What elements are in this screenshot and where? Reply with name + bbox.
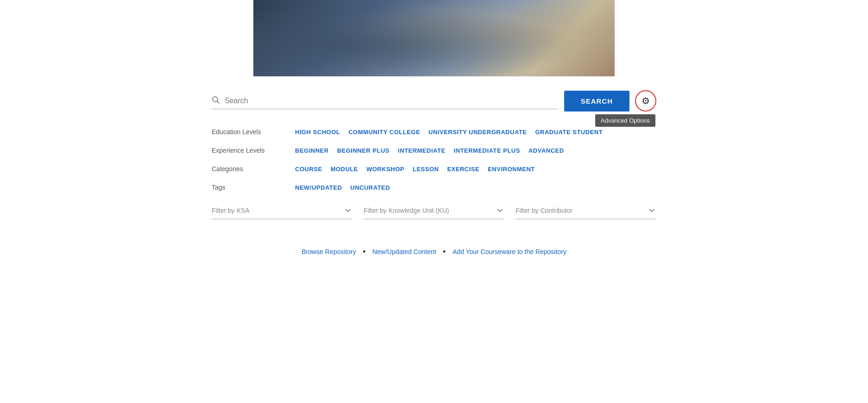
education-levels-label: Education Levels bbox=[212, 128, 295, 136]
experience-intermediate[interactable]: INTERMEDIATE bbox=[398, 147, 446, 154]
search-input[interactable] bbox=[225, 97, 559, 105]
categories-options: COURSE MODULE WORKSHOP LESSON EXERCISE E… bbox=[295, 166, 535, 173]
education-levels-options: HIGH SCHOOL COMMUNITY COLLEGE UNIVERSITY… bbox=[295, 129, 603, 136]
experience-levels-section: Experience Levels BEGINNER BEGINNER PLUS… bbox=[212, 147, 656, 154]
experience-beginner[interactable]: BEGINNER bbox=[295, 147, 329, 154]
browse-repository-link[interactable]: Browse Repository bbox=[302, 248, 356, 255]
education-high-school[interactable]: HIGH SCHOOL bbox=[295, 129, 340, 136]
advanced-options-button[interactable]: ⚙ Advanced Options bbox=[635, 90, 656, 112]
search-input-wrapper bbox=[212, 93, 559, 109]
tags-section: Tags NEW/UPDATED UNCURATED bbox=[212, 184, 656, 191]
footer-dot-1: • bbox=[363, 247, 365, 256]
hero-image bbox=[253, 0, 615, 76]
experience-levels-options: BEGINNER BEGINNER PLUS INTERMEDIATE INTE… bbox=[295, 147, 564, 154]
category-workshop[interactable]: WORKSHOP bbox=[366, 166, 404, 173]
svg-line-1 bbox=[217, 101, 220, 103]
tags-label: Tags bbox=[212, 184, 295, 191]
filter-contributor-dropdown[interactable]: Filter by Contributor bbox=[516, 202, 656, 219]
tags-options: NEW/UPDATED UNCURATED bbox=[295, 184, 390, 191]
category-exercise[interactable]: EXERCISE bbox=[447, 166, 479, 173]
experience-levels-label: Experience Levels bbox=[212, 147, 295, 154]
gear-icon: ⚙ bbox=[642, 95, 650, 106]
new-updated-content-link[interactable]: New/Updated Content bbox=[372, 248, 436, 255]
categories-label: Categories bbox=[212, 165, 295, 173]
footer-links: Browse Repository • New/Updated Content … bbox=[212, 247, 656, 257]
footer-dot-2: • bbox=[443, 247, 446, 256]
add-courseware-link[interactable]: Add Your Courseware to the Repository bbox=[453, 248, 566, 255]
experience-intermediate-plus[interactable]: INTERMEDIATE PLUS bbox=[454, 147, 520, 154]
education-graduate-student[interactable]: GRADUATE STUDENT bbox=[535, 129, 603, 136]
education-community-college[interactable]: COMMUNITY COLLEGE bbox=[348, 129, 420, 136]
search-row: SEARCH ⚙ Advanced Options bbox=[212, 90, 656, 112]
filter-ku-dropdown[interactable]: Filter by Knowledge Unit (KU) bbox=[364, 202, 504, 219]
advanced-options-tooltip: Advanced Options bbox=[595, 114, 655, 127]
dropdown-row: Filter by KSA Filter by Knowledge Unit (… bbox=[212, 202, 656, 219]
filter-ksa-dropdown[interactable]: Filter by KSA bbox=[212, 202, 352, 219]
category-module[interactable]: MODULE bbox=[331, 166, 358, 173]
experience-advanced[interactable]: ADVANCED bbox=[528, 147, 564, 154]
experience-beginner-plus[interactable]: BEGINNER PLUS bbox=[337, 147, 390, 154]
category-course[interactable]: COURSE bbox=[295, 166, 322, 173]
category-environment[interactable]: ENVIRONMENT bbox=[488, 166, 535, 173]
categories-section: Categories COURSE MODULE WORKSHOP LESSON… bbox=[212, 165, 656, 173]
education-levels-section: Education Levels HIGH SCHOOL COMMUNITY C… bbox=[212, 128, 656, 136]
category-lesson[interactable]: LESSON bbox=[413, 166, 439, 173]
tag-new-updated[interactable]: NEW/UPDATED bbox=[295, 184, 342, 191]
tag-uncurated[interactable]: UNCURATED bbox=[350, 184, 390, 191]
education-university-undergraduate[interactable]: UNIVERSITY UNDERGRADUATE bbox=[428, 129, 527, 136]
search-icon bbox=[212, 96, 220, 106]
search-button[interactable]: SEARCH bbox=[564, 91, 629, 112]
